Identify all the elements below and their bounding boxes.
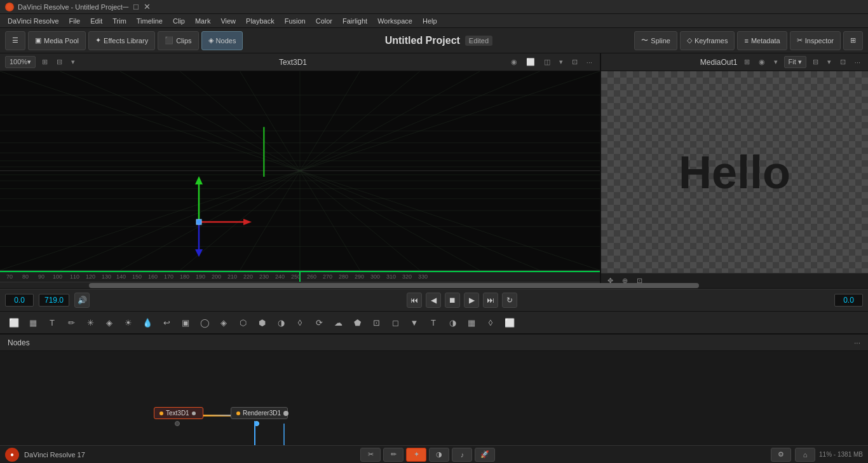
time-start-display[interactable]: 0.0 (5, 294, 34, 307)
tool-stabilizer[interactable]: ⬢ (253, 314, 271, 331)
nav-edit-button[interactable]: ✏ (383, 448, 403, 462)
minimize-button[interactable]: ─ (123, 2, 128, 11)
skip-end-button[interactable]: ⏭ (483, 293, 498, 308)
audio-toggle-button[interactable]: 🔊 (74, 293, 90, 308)
nav-fairlight-button[interactable]: ♪ (452, 448, 472, 462)
tool-env-fog[interactable]: ▦ (463, 314, 480, 331)
viewer-expand-icon[interactable]: ▾ (69, 57, 78, 67)
menu-view[interactable]: View (215, 16, 241, 26)
viewer-circle-icon[interactable]: ◉ (508, 57, 520, 67)
nav-fusion-button[interactable]: ✦ (406, 448, 426, 462)
toolbar: ☰ ▣ Media Pool ✦ Effects Library ⬛ Clips… (0, 28, 868, 53)
tool-mask-spline[interactable]: ◈ (215, 314, 233, 331)
tool-light2[interactable]: ◻ (386, 314, 404, 331)
tool-particle[interactable]: ✳ (81, 314, 99, 331)
play-button[interactable]: ▶ (464, 293, 479, 308)
tool-brush[interactable]: ✏ (62, 314, 80, 331)
scroll-thumb[interactable] (89, 283, 699, 288)
tool-paint[interactable]: ▦ (24, 314, 42, 331)
right-viewer-fit[interactable]: Fit ▾ (784, 56, 806, 68)
stop-button[interactable]: ⏹ (445, 293, 460, 308)
viewer-more-icon[interactable]: ··· (584, 57, 595, 67)
menu-fairlight[interactable]: Fairlight (337, 16, 372, 26)
tool-select[interactable]: ⬜ (5, 314, 23, 331)
bottom-settings-icon[interactable]: ⚙ (771, 448, 791, 462)
menu-timeline[interactable]: Timeline (132, 16, 168, 26)
layout-button[interactable]: ⊞ (843, 31, 863, 50)
spline-button[interactable]: 〜 Spline (634, 31, 677, 50)
tool-cloud[interactable]: ◊ (482, 314, 499, 331)
right-viewer-grid-icon[interactable]: ⊞ (742, 57, 752, 67)
keyframes-button[interactable]: ◇ Keyframes (680, 31, 735, 50)
tool-3d-mesh[interactable]: ☁ (329, 314, 347, 331)
nav-cut-button[interactable]: ✂ (360, 448, 381, 462)
right-viewer-layout-icon[interactable]: ⊟ (810, 57, 821, 67)
panel-toggle-button[interactable]: ☰ (5, 31, 25, 50)
tool-motion-blur[interactable]: ◑ (272, 314, 290, 331)
menu-clip[interactable]: Clip (168, 16, 190, 26)
tool-volume[interactable]: ◑ (444, 314, 461, 331)
tool-merge[interactable]: ▣ (177, 314, 194, 331)
viewer-layout-icon[interactable]: ⊞ (39, 57, 50, 67)
menu-help[interactable]: Help (417, 16, 442, 26)
prev-frame-button[interactable]: ◀ (426, 293, 441, 308)
close-button[interactable]: ✕ (144, 2, 151, 11)
menu-color[interactable]: Color (311, 16, 337, 26)
window-controls[interactable]: ─ □ ✕ (123, 2, 151, 11)
tool-optical-flow[interactable]: ⟳ (310, 314, 328, 331)
right-viewer-cam-icon[interactable]: ◉ (756, 57, 768, 67)
tool-light[interactable]: ☀ (119, 314, 137, 331)
bottom-home-icon[interactable]: ⌂ (795, 448, 815, 462)
viewer-aspect-icon[interactable]: ▾ (557, 57, 566, 67)
tool-denoise[interactable]: ◊ (291, 314, 309, 331)
inspector-button[interactable]: ✂ Inspector (790, 31, 841, 50)
tool-tracker[interactable]: ⬡ (234, 314, 252, 331)
nodes-content[interactable]: Text3D1 Renderer3D1 Background1 (0, 351, 868, 445)
tool-text3d[interactable]: T (424, 314, 442, 331)
tool-camera[interactable]: ⊡ (367, 314, 385, 331)
nav-deliver-button[interactable]: 🚀 (475, 448, 495, 462)
tool-transform[interactable]: ↩ (158, 314, 175, 331)
menu-playback[interactable]: Playback (241, 16, 280, 26)
skip-start-button[interactable]: ⏮ (407, 293, 422, 308)
viewer-screen-icon[interactable]: ⬜ (524, 57, 538, 67)
loop-button[interactable]: ↻ (502, 293, 517, 308)
node-renderer3d[interactable]: Renderer3D1 (231, 407, 288, 419)
maximize-button[interactable]: □ (133, 2, 139, 11)
viewer-fullscreen-icon[interactable]: ⊡ (569, 57, 580, 67)
right-viewer-content[interactable]: Hello (601, 71, 868, 273)
tool-3d-shape[interactable]: ⬟ (348, 314, 366, 331)
right-viewer-aspect-icon[interactable]: ▾ (825, 57, 834, 67)
time-end-display[interactable]: 719.0 (39, 294, 69, 307)
left-viewer-content[interactable] (0, 71, 600, 270)
right-viewer-fullscreen-icon[interactable]: ⊡ (837, 57, 848, 67)
menu-fusion[interactable]: Fusion (280, 16, 311, 26)
timeline-scrollbar[interactable] (0, 282, 600, 288)
effects-library-button[interactable]: ✦ Effects Library (88, 31, 155, 50)
time-right-display[interactable]: 0.0 (834, 294, 863, 307)
right-viewer-expand-icon[interactable]: ▾ (771, 57, 780, 67)
viewer-cam-icon[interactable]: ◫ (541, 57, 553, 67)
node-text3d[interactable]: Text3D1 (154, 407, 203, 419)
menu-workspace[interactable]: Workspace (372, 16, 417, 26)
menu-file[interactable]: File (64, 16, 86, 26)
media-pool-button[interactable]: ▣ Media Pool (28, 31, 86, 50)
nodes-button[interactable]: ◈ Nodes (201, 31, 243, 50)
zoom-dropdown[interactable]: 100%▾ (5, 56, 36, 68)
tool-text[interactable]: T (43, 314, 61, 331)
tool-shape[interactable]: ◈ (100, 314, 118, 331)
nodes-more-button[interactable]: ··· (854, 338, 860, 347)
tool-renderer[interactable]: ▼ (405, 314, 423, 331)
menu-edit[interactable]: Edit (85, 16, 107, 26)
metadata-button[interactable]: ≡ Metadata (737, 31, 787, 50)
clips-button[interactable]: ⬛ Clips (158, 31, 198, 50)
menu-davinci[interactable]: DaVinci Resolve (3, 16, 64, 26)
tool-mask-circle[interactable]: ◯ (196, 314, 214, 331)
tool-material[interactable]: 💧 (139, 314, 156, 331)
viewer-grid-icon[interactable]: ⊟ (54, 57, 65, 67)
right-viewer-more-icon[interactable]: ··· (852, 57, 863, 67)
tool-floor[interactable]: ⬜ (501, 314, 519, 331)
menu-trim[interactable]: Trim (107, 16, 132, 26)
nav-color-button[interactable]: ◑ (429, 448, 449, 462)
menu-mark[interactable]: Mark (190, 16, 215, 26)
